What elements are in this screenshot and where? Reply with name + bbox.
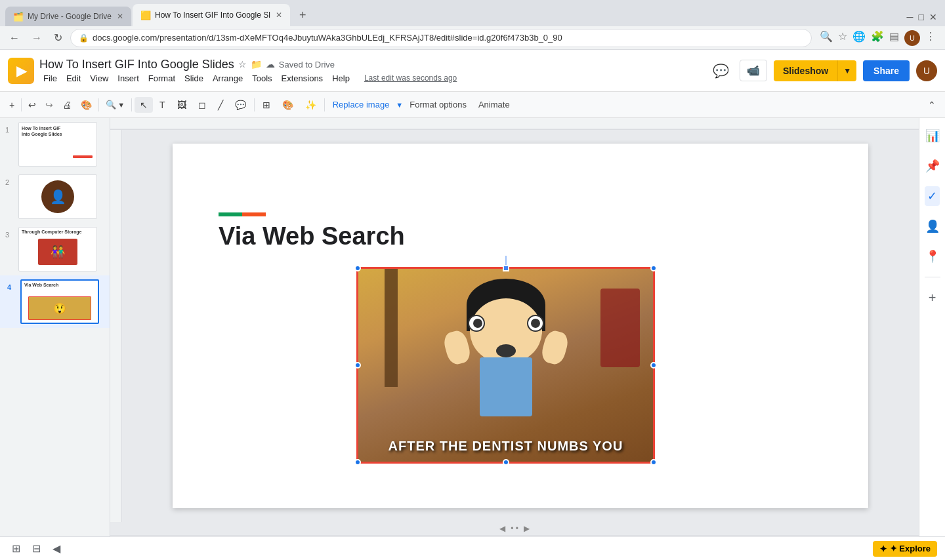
address-bar-row: ← → ↻ 🔒 docs.google.com/presentation/d/1…: [0, 26, 945, 50]
bottom-right-controls: ✦ ✦ Explore: [873, 541, 937, 557]
comment-button[interactable]: 💬: [230, 97, 251, 113]
menu-extensions[interactable]: Extensions: [278, 73, 327, 84]
image-button[interactable]: 🖼: [172, 97, 192, 113]
slide-container[interactable]: Via Web Search: [173, 144, 868, 508]
grid-view-button[interactable]: ⊞: [8, 540, 24, 557]
handle-top-center[interactable]: [503, 265, 509, 271]
redo-button[interactable]: ↪: [41, 97, 57, 113]
close-button[interactable]: ✕: [929, 12, 937, 22]
minimize-button[interactable]: ─: [907, 12, 914, 22]
app-header: ▶ How To Insert GIF Into Google Slides ☆…: [0, 50, 945, 92]
contacts-icon[interactable]: 👤: [923, 216, 942, 236]
filmstrip-button[interactable]: ⊟: [28, 540, 45, 557]
lines-button[interactable]: ╱: [213, 97, 228, 113]
transitions-button[interactable]: ✨: [300, 97, 322, 113]
menu-tools[interactable]: Tools: [248, 73, 276, 84]
add-button[interactable]: +: [5, 97, 18, 113]
zoom-icon[interactable]: 🔍: [820, 30, 833, 46]
print-button[interactable]: 🖨: [58, 97, 75, 113]
format-options-button[interactable]: Format options: [404, 97, 472, 112]
undo-button[interactable]: ↩: [24, 97, 40, 113]
slide-item-3[interactable]: 3 Through Computer Storage 👫: [0, 223, 110, 275]
menu-file[interactable]: File: [39, 73, 61, 84]
tab-inactive[interactable]: 🗂️ My Drive - Google Drive ✕: [5, 7, 131, 26]
move-icon[interactable]: 📁: [251, 59, 262, 70]
handle-bl[interactable]: [354, 459, 361, 466]
back-button[interactable]: ←: [5, 30, 24, 47]
extension1-icon[interactable]: 🌐: [852, 30, 866, 46]
slideshow-arrow-button[interactable]: ▼: [837, 60, 856, 81]
user-avatar[interactable]: U: [916, 60, 937, 81]
tab1-close[interactable]: ✕: [117, 12, 123, 21]
slide-item-1[interactable]: 1 How To Insert GIFInto Google Slides: [0, 118, 110, 170]
tab-active[interactable]: 🟨 How To Insert GIF Into Google Sl ✕: [133, 4, 290, 26]
menu-slide[interactable]: Slide: [180, 73, 207, 84]
collapse-panel-button[interactable]: ◀: [49, 540, 64, 557]
shapes-button[interactable]: ◻: [193, 97, 211, 113]
tab2-title: How To Insert GIF Into Google Sl: [155, 10, 270, 20]
text-button[interactable]: T: [154, 97, 171, 113]
prev-slide-icon[interactable]: ◀: [499, 524, 505, 533]
add-sidebar-icon[interactable]: +: [926, 288, 939, 308]
menu-view[interactable]: View: [86, 73, 112, 84]
replace-image-button[interactable]: Replace image: [327, 97, 395, 112]
zoom-button[interactable]: 🔍 ▼: [102, 97, 129, 112]
slideshow-button[interactable]: Slideshow: [774, 60, 837, 81]
handle-br[interactable]: [650, 459, 657, 466]
menu-arrange[interactable]: Arrange: [209, 73, 247, 84]
animate-button[interactable]: Animate: [473, 97, 515, 112]
cloud-icon[interactable]: ☁: [266, 59, 275, 70]
comments-button[interactable]: 💬: [709, 59, 733, 83]
explore-button[interactable]: ✦ ✦ Explore: [873, 541, 937, 557]
sidebar-separator: [925, 277, 940, 277]
character-body: [440, 279, 572, 430]
extension2-icon[interactable]: 🧩: [871, 30, 884, 46]
sidebar-toggle-icon[interactable]: ▤: [889, 30, 899, 46]
menu-insert[interactable]: Insert: [114, 73, 143, 84]
star-icon[interactable]: ☆: [238, 59, 247, 70]
new-tab-button[interactable]: +: [294, 6, 312, 25]
slideshow-button-group: Slideshow ▼: [774, 60, 856, 81]
maximize-button[interactable]: □: [919, 12, 924, 22]
slide-item-4[interactable]: 4 Via Web Search 😲: [0, 275, 110, 328]
slide-item-2[interactable]: 2 👤: [0, 170, 110, 223]
cursor-button[interactable]: ↖: [135, 97, 153, 113]
forward-button[interactable]: →: [28, 30, 46, 47]
slide-heading[interactable]: Via Web Search: [219, 222, 405, 250]
bookmark-icon[interactable]: ☆: [838, 30, 847, 46]
keep-icon[interactable]: 📌: [923, 156, 942, 176]
meet-button[interactable]: 📹: [740, 60, 767, 81]
menu-edit[interactable]: Edit: [62, 73, 85, 84]
tab2-close[interactable]: ✕: [276, 10, 282, 20]
refresh-button[interactable]: ↻: [50, 29, 66, 47]
slide-panel: 1 How To Insert GIFInto Google Slides 2 …: [0, 118, 110, 560]
address-field[interactable]: 🔒 docs.google.com/presentation/d/13sm-dX…: [70, 29, 812, 47]
menu-icon[interactable]: ⋮: [925, 30, 936, 46]
tab-bar: 🗂️ My Drive - Google Drive ✕ 🟨 How To In…: [5, 0, 311, 26]
replace-image-arrow[interactable]: ▼: [396, 101, 403, 109]
sheets-icon[interactable]: 📊: [923, 126, 942, 146]
share-button[interactable]: Share: [863, 60, 910, 81]
menu-help[interactable]: Help: [328, 73, 354, 84]
bottom-bar: ⊞ ⊟ ◀ ✦ ✦ Explore: [0, 536, 945, 560]
profile-avatar[interactable]: U: [904, 30, 920, 46]
slide-4-number: 4: [7, 283, 16, 291]
menu-format[interactable]: Format: [144, 73, 179, 84]
handle-tl[interactable]: [354, 265, 361, 271]
slide-1-number: 1: [5, 126, 14, 134]
next-slide-icon[interactable]: ▶: [524, 524, 530, 533]
gif-container[interactable]: AFTER THE DENTIST NUMBS YOU: [356, 267, 655, 464]
handle-tr[interactable]: [650, 265, 657, 271]
toolbar-expand-button[interactable]: ⌃: [924, 97, 940, 113]
maps-icon[interactable]: 📍: [923, 247, 942, 266]
theme-button[interactable]: 🎨: [277, 97, 299, 113]
handle-right-center[interactable]: [650, 362, 657, 369]
paint-format-button[interactable]: 🎨: [77, 97, 96, 113]
ruler-left: [110, 130, 122, 522]
handle-bottom-center[interactable]: [503, 459, 509, 466]
tasks-icon[interactable]: ✓: [925, 186, 940, 206]
handle-left-center[interactable]: [354, 362, 361, 369]
ruler-top: [110, 118, 919, 130]
layout-button[interactable]: ⊞: [257, 97, 276, 113]
main-layout: 1 How To Insert GIFInto Google Slides 2 …: [0, 118, 945, 560]
